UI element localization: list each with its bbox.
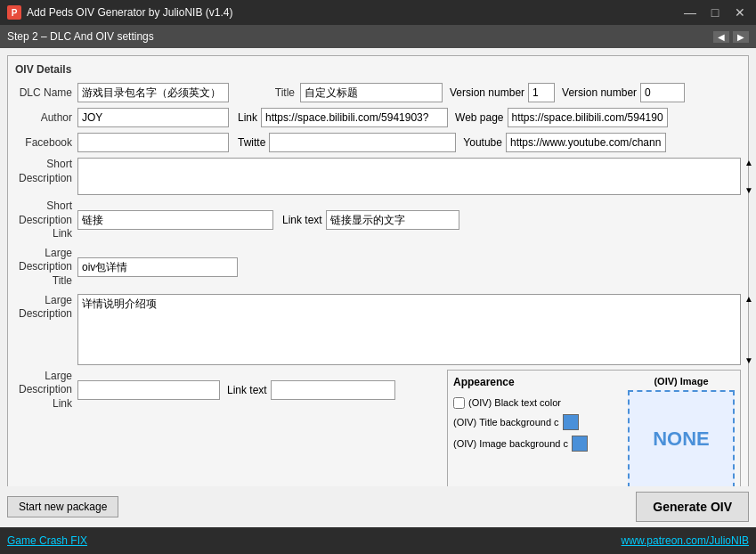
version1-label: Version number	[450, 86, 524, 99]
appearance-title: Appearence	[453, 376, 621, 388]
oiv-image-label: (OIV) Image	[654, 376, 708, 387]
app-icon: P	[7, 5, 21, 20]
facebook-label: Facebook	[15, 136, 77, 149]
title-bar: P Add Peds OIV Generator by JulioNIB (v1…	[0, 0, 756, 25]
large-desc-textarea[interactable]: 详情说明介绍项	[77, 294, 741, 365]
row-dlc-title: DLC Name Title Version number Version nu…	[15, 83, 741, 102]
row-social: Facebook Twitte Youtube	[15, 133, 741, 152]
patreon-link[interactable]: www.patreon.com/JulioNIB	[622, 534, 749, 547]
large-link-text-label: Link text	[227, 384, 267, 396]
twitter-input[interactable]	[269, 133, 456, 152]
title-bg-row: (OIV) Title background c	[453, 414, 621, 430]
step-arrow-left[interactable]: ◀	[713, 31, 729, 43]
webpage-input[interactable]	[508, 108, 668, 127]
minimize-button[interactable]: —	[681, 5, 699, 20]
app-title: Add Peds OIV Generator by JulioNIB (v1.4…	[27, 6, 681, 19]
step-bar: Step 2 – DLC And OIV settings ◀ ▶	[0, 25, 756, 48]
large-desc-link-input[interactable]	[77, 380, 220, 400]
dlc-name-input[interactable]	[77, 83, 229, 102]
twitter-label: Twitte	[238, 136, 265, 149]
short-desc-textarea[interactable]	[77, 158, 741, 195]
row-author-link: Author Link Web page	[15, 108, 741, 127]
appearance-controls: Appearence (OIV) Black text color (OIV) …	[453, 376, 621, 486]
oiv-image-section: (OIV) Image NONE Remove	[628, 376, 735, 486]
author-label: Author	[15, 111, 77, 124]
window-controls: — □ ✕	[681, 5, 749, 20]
youtube-label: Youtube	[463, 136, 502, 149]
short-desc-link-label: ShortDescriptionLink	[15, 200, 77, 241]
short-desc-scroll-down[interactable]: ▼	[744, 185, 753, 195]
close-button[interactable]: ✕	[731, 5, 749, 20]
webpage-label: Web page	[455, 111, 504, 124]
link-label: Link	[238, 111, 257, 124]
black-text-checkbox[interactable]	[453, 397, 465, 409]
action-bar: Start new package Generate OIV	[0, 486, 756, 527]
maximize-button[interactable]: □	[706, 5, 724, 20]
short-desc-link-input[interactable]	[77, 210, 273, 230]
image-bg-row: (OIV) Image background c	[453, 436, 621, 452]
large-desc-link-label: LargeDescriptionLink	[15, 370, 77, 411]
step-arrow-right[interactable]: ▶	[733, 31, 749, 43]
black-text-row: (OIV) Black text color	[453, 397, 621, 409]
link-input[interactable]	[261, 108, 448, 127]
large-desc-link-row: LargeDescriptionLink Link text	[15, 370, 440, 411]
facebook-input[interactable]	[77, 133, 229, 152]
title-bg-label: (OIV) Title background c	[453, 417, 559, 428]
link-text-label: Link text	[282, 214, 322, 226]
large-desc-title-row: LargeDescriptionTitle	[15, 247, 741, 289]
black-text-label: (OIV) Black text color	[468, 397, 561, 408]
short-desc-link-row: ShortDescriptionLink Link text	[15, 200, 741, 241]
large-link-text-input[interactable]	[271, 380, 395, 400]
main-content: OIV Details DLC Name Title Version numbe…	[0, 48, 756, 486]
title-bg-color-swatch[interactable]	[563, 414, 579, 430]
large-desc-area: LargeDescription 详情说明介绍项 ▲ ▼	[15, 294, 741, 365]
oiv-image-none-text: NONE	[653, 428, 710, 451]
large-desc-title-input[interactable]	[77, 257, 238, 277]
large-desc-label: LargeDescription	[15, 294, 77, 322]
youtube-input[interactable]	[506, 133, 666, 152]
oiv-details-group: OIV Details DLC Name Title Version numbe…	[7, 55, 749, 486]
step-label: Step 2 – DLC And OIV settings	[7, 30, 154, 43]
version2-input[interactable]	[640, 83, 685, 102]
large-desc-title-label: LargeDescriptionTitle	[15, 247, 77, 289]
short-desc-area: ShortDescription ▲ ▼	[15, 158, 741, 195]
large-desc-scroll-down[interactable]: ▼	[744, 355, 753, 365]
title-label: Title	[238, 86, 300, 99]
footer: Game Crash FIX www.patreon.com/JulioNIB	[0, 527, 756, 554]
group-title: OIV Details	[15, 63, 741, 76]
game-crash-fix-link[interactable]: Game Crash FIX	[7, 534, 87, 547]
author-input[interactable]	[77, 108, 229, 127]
oiv-image-box[interactable]: NONE	[628, 390, 735, 486]
image-bg-label: (OIV) Image background c	[453, 438, 568, 449]
dlc-name-label: DLC Name	[15, 86, 77, 99]
large-desc-scroll-up[interactable]: ▲	[744, 294, 753, 304]
step-arrows: ◀ ▶	[713, 31, 749, 43]
bottom-section: LargeDescriptionLink Link text Appearenc…	[15, 370, 741, 486]
version1-input[interactable]	[528, 83, 555, 102]
version2-label: Version number	[562, 86, 637, 99]
link-text-input[interactable]	[326, 210, 459, 230]
title-input[interactable]	[300, 83, 443, 102]
short-desc-scroll-up[interactable]: ▲	[744, 158, 753, 167]
start-new-package-button[interactable]: Start new package	[7, 496, 118, 517]
appearance-section: Appearence (OIV) Black text color (OIV) …	[447, 370, 741, 486]
short-desc-label: ShortDescription	[15, 158, 77, 185]
generate-oiv-button[interactable]: Generate OIV	[636, 492, 749, 522]
image-bg-color-swatch[interactable]	[572, 436, 588, 452]
large-desc-link-section: LargeDescriptionLink Link text	[15, 370, 440, 486]
